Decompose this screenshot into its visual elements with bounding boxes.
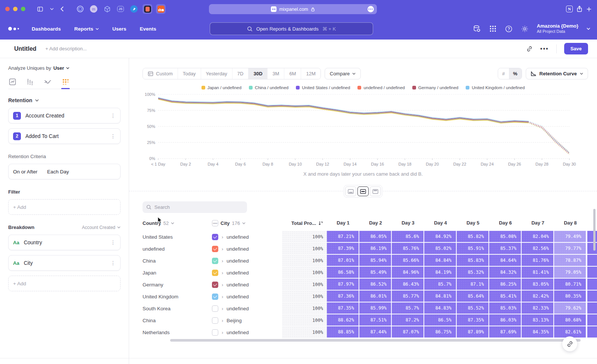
kebab-menu-icon[interactable]: ⋮	[110, 239, 116, 245]
retention-value-cell[interactable]: 87.2%	[392, 314, 423, 326]
retention-value-cell[interactable]: 87.51%	[359, 314, 391, 326]
more-options-icon[interactable]: •••	[540, 46, 549, 52]
retention-value-cell[interactable]: 80.68%	[554, 314, 586, 326]
retention-value-cell[interactable]: 85.99%	[359, 302, 391, 314]
legend-item[interactable]: China / undefined	[249, 85, 288, 90]
expand-row-icon[interactable]: ›	[222, 306, 223, 311]
copy-link-icon[interactable]	[526, 46, 533, 52]
range-yesterday[interactable]: Yesterday	[201, 68, 232, 79]
nav-users[interactable]: Users	[112, 26, 126, 32]
project-switcher[interactable]: Amazonia {Demo} All Project Data	[537, 23, 578, 34]
vertical-scrollbar[interactable]	[593, 209, 596, 251]
day-column-header[interactable]: Day 1	[327, 217, 359, 229]
layout-chart-only-icon[interactable]	[345, 186, 356, 196]
table-row[interactable]: United Kingdom›undefined100%87.36%86.01%…	[143, 291, 597, 302]
retention-value-cell[interactable]: 85.64%	[457, 291, 488, 302]
expand-row-icon[interactable]: ›	[222, 234, 223, 240]
kebab-menu-icon[interactable]: ⋮	[110, 113, 116, 119]
tab-retention[interactable]	[62, 78, 69, 89]
share-link-fab[interactable]	[562, 336, 577, 351]
expand-row-icon[interactable]: ›	[222, 318, 223, 323]
expand-row-icon[interactable]: ›	[222, 270, 223, 276]
mixpanel-logo-icon[interactable]	[8, 27, 19, 31]
analyze-entity-dropdown[interactable]: User	[53, 65, 69, 71]
day-column-header[interactable]: Day 6	[489, 217, 522, 229]
retention-section-header[interactable]: Retention	[8, 97, 121, 103]
country-column-header[interactable]: Country52	[143, 217, 212, 229]
retention-value-cell[interactable]: 87.69%	[489, 326, 521, 338]
retention-value-cell[interactable]: 86.19%	[359, 243, 391, 255]
cube-icon[interactable]	[102, 4, 112, 14]
retention-value-cell[interactable]: 85.66%	[392, 255, 423, 267]
table-row[interactable]: South Korea›undefined100%87.35%85.99%85.…	[143, 302, 597, 314]
retention-value-cell[interactable]: 85.6%	[392, 231, 423, 243]
series-checkbox[interactable]	[212, 317, 218, 324]
step-card-2[interactable]: 2 Added To Cart ⋮	[8, 128, 121, 144]
retention-value-cell[interactable]: 85.08%	[489, 231, 521, 243]
unit-percent-button[interactable]: %	[509, 68, 522, 79]
save-button[interactable]: Save	[564, 43, 588, 54]
expand-row-icon[interactable]: ›	[222, 330, 223, 335]
retention-value-cell[interactable]: 79.62%	[554, 302, 586, 314]
day-column-header[interactable]: Day 8	[554, 217, 587, 229]
retention-criteria-card[interactable]: On or AfterEach Day	[8, 164, 121, 179]
series-checkbox[interactable]	[212, 282, 218, 288]
retention-value-cell[interactable]: 79.05%	[554, 267, 586, 279]
series-checkbox[interactable]	[212, 234, 218, 240]
legend-item[interactable]: Germany / undefined	[412, 85, 458, 90]
retention-value-cell[interactable]: 82.56%	[522, 243, 553, 255]
retention-value-cell[interactable]: 86.52%	[359, 279, 391, 291]
tab-funnels[interactable]	[26, 78, 34, 89]
share-icon[interactable]	[576, 6, 582, 12]
retention-value-cell[interactable]: 87.35%	[327, 302, 359, 314]
retention-value-cell[interactable]: 86.01%	[359, 291, 391, 302]
nav-dashboards[interactable]: Dashboards	[32, 26, 61, 32]
series-checkbox[interactable]	[212, 270, 218, 276]
pinned-tabs[interactable]: m JS	[74, 4, 168, 14]
chart-type-dropdown[interactable]: Retention Curve	[526, 68, 588, 79]
legend-item[interactable]: undefined / undefined	[357, 85, 405, 90]
retention-value-cell[interactable]: 87.21%	[327, 231, 359, 243]
retention-value-cell[interactable]: 85.37%	[489, 243, 521, 255]
retention-value-cell[interactable]: 87.36%	[327, 291, 359, 302]
range-12m[interactable]: 12M	[301, 68, 320, 79]
nav-reports[interactable]: Reports	[74, 26, 99, 32]
report-title[interactable]: Untitled	[14, 46, 37, 52]
retention-value-cell[interactable]: 82.33%	[522, 302, 553, 314]
day-column-header[interactable]: Day 2	[359, 217, 392, 229]
retention-value-cell[interactable]: 78.87%	[554, 255, 586, 267]
retention-value-cell[interactable]: 85.76%	[392, 243, 423, 255]
legend-item[interactable]: Japan / undefined	[201, 85, 241, 90]
retention-value-cell[interactable]: 81.76%	[522, 255, 553, 267]
producthunt-icon[interactable]	[143, 4, 152, 14]
retention-value-cell[interactable]: 79.77%	[554, 243, 586, 255]
retention-value-cell[interactable]: 83.13%	[522, 314, 553, 326]
table-row[interactable]: China›Beijing100%88.62%87.51%87.2%86.5%8…	[143, 314, 597, 326]
retention-chart[interactable]: 0%25%50%75%100%< 1 DayDay 2Day 4Day 6Day…	[143, 91, 587, 168]
breakdown-card-country[interactable]: Aa Country ⋮	[8, 235, 121, 250]
day-column-header[interactable]: Day 4	[424, 217, 457, 229]
data-management-icon[interactable]	[473, 25, 481, 33]
kebab-menu-icon[interactable]: ⋮	[110, 260, 116, 266]
range-custom[interactable]: Custom	[143, 68, 178, 79]
settings-gear-icon[interactable]	[521, 25, 529, 33]
legend-item[interactable]: United Kingdom / undefined	[466, 85, 525, 90]
retention-value-cell[interactable]: 84.84%	[424, 255, 456, 267]
retention-value-cell[interactable]: 87.1%	[457, 279, 488, 291]
expand-row-icon[interactable]: ›	[222, 258, 223, 264]
range-7d[interactable]: 7D	[232, 68, 249, 79]
zoom-window-icon[interactable]	[21, 7, 25, 11]
series-checkbox[interactable]	[212, 246, 218, 252]
day-column-header[interactable]: Day 7	[522, 217, 554, 229]
add-description[interactable]: + Add description...	[46, 46, 87, 51]
add-breakdown-button[interactable]: + Add	[8, 276, 121, 291]
retention-value-cell[interactable]: 80.71%	[554, 279, 586, 291]
retention-value-cell[interactable]: 79.49%	[554, 231, 586, 243]
range-30d[interactable]: 30D	[249, 68, 268, 79]
retention-value-cell[interactable]: 80.35%	[554, 291, 586, 302]
horizontal-scrollbar[interactable]	[170, 339, 581, 342]
day-column-header[interactable]: Day 3	[392, 217, 424, 229]
legend-item[interactable]: United States / undefined	[296, 85, 350, 90]
retention-value-cell[interactable]: 84.92%	[424, 231, 456, 243]
nav-events[interactable]: Events	[140, 26, 156, 32]
